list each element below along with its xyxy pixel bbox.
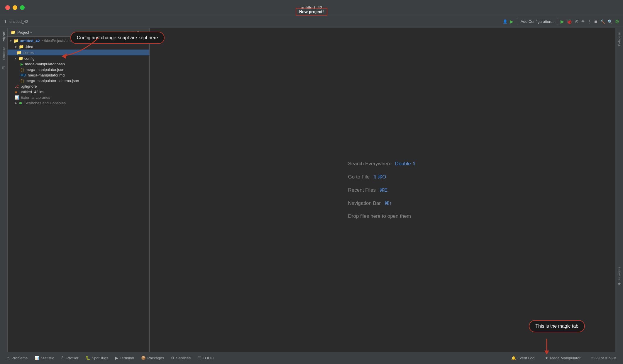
hint-navbar: Navigation Bar ⌘↑ xyxy=(348,200,417,206)
git-icon: ⎇ xyxy=(15,84,19,89)
drop-files-label: Drop files here to open them xyxy=(348,213,411,219)
build-button[interactable]: 🔨 xyxy=(600,19,605,24)
problems-icon: ⚠ xyxy=(6,356,10,360)
md-icon: MD xyxy=(21,73,26,77)
favorites-star-icon[interactable]: ★ xyxy=(617,281,621,286)
search-everywhere-shortcut: Double ⇧ xyxy=(395,161,417,167)
memory-indicator[interactable]: 2229 of 8192M xyxy=(588,355,619,361)
external-libs-label: External Libraries xyxy=(21,95,50,100)
tab-terminal[interactable]: ▶ Terminal xyxy=(112,355,137,361)
tab-todo[interactable]: ☰ TODO xyxy=(195,355,216,361)
todo-icon: ☰ xyxy=(198,356,201,360)
packages-label: Packages xyxy=(147,356,164,360)
collapse-all-icon[interactable]: ⇤ xyxy=(124,30,128,35)
md-name: mega-manipulator.md xyxy=(28,73,65,77)
tree-config[interactable]: ▾ 📁 config xyxy=(8,55,149,61)
sidebar-title: Project ▾ xyxy=(17,30,123,35)
toolbar: ⬆ untitled_42 👤 ▶ Add Configuration... ▶… xyxy=(0,15,623,28)
close-sidebar-icon[interactable]: — xyxy=(142,30,146,35)
minimize-button[interactable] xyxy=(13,5,17,10)
tab-packages[interactable]: 📦 Packages xyxy=(138,355,167,361)
tree-scratches[interactable]: ▶ ⏺ Scratches and Consoles xyxy=(8,100,149,106)
left-bottom-icon[interactable]: ⊞ xyxy=(2,65,6,70)
tab-spotbugs[interactable]: 🐛 SpotBugs xyxy=(83,355,111,361)
project-panel-toggle[interactable]: Project xyxy=(2,30,6,44)
more-run-icon[interactable]: ⋮ xyxy=(587,19,591,24)
spotbugs-icon: 🐛 xyxy=(86,356,90,360)
search-button[interactable]: 🔍 xyxy=(607,19,612,24)
root-name: untitled_42 xyxy=(20,39,40,43)
right-icon-bar: Database xyxy=(615,28,623,352)
tree-gitignore[interactable]: ⎇ .gitignore xyxy=(8,84,149,89)
gear-icon[interactable]: ⚙ xyxy=(136,30,140,35)
hint-drop: Drop files here to open them xyxy=(348,213,417,219)
tree-bash[interactable]: ▶ mega-manipulator.bash xyxy=(8,61,149,67)
coverage-button[interactable]: ☂ xyxy=(581,19,585,24)
recent-files-label: Recent Files xyxy=(348,187,376,193)
hint-goto: Go to File ⇧⌘O xyxy=(348,174,417,180)
config-folder-icon: 📁 xyxy=(18,56,23,61)
json-name: mega-manipulator.json xyxy=(26,67,64,72)
idea-folder-icon: 📁 xyxy=(19,44,24,49)
tree-json[interactable]: { } mega-manipulator.json xyxy=(8,67,149,72)
services-label: Services xyxy=(176,356,191,360)
hint-recent: Recent Files ⌘E xyxy=(348,187,417,193)
tab-problems[interactable]: ⚠ Problems xyxy=(4,355,31,361)
root-chevron: ▾ xyxy=(10,39,12,43)
editor-hints: Search Everywhere Double ⇧ Go to File ⇧⌘… xyxy=(348,161,417,219)
json-icon: { } xyxy=(21,68,24,72)
navbar-shortcut: ⌘↑ xyxy=(384,200,392,206)
scratches-icon: ⏺ xyxy=(19,101,23,105)
left-icon-bar: Project Structure ⊞ xyxy=(0,28,8,352)
tree-clones[interactable]: 📁 clones xyxy=(8,50,149,55)
tab-statistic[interactable]: 📊 Statistic xyxy=(32,355,57,361)
navbar-label: Navigation Bar xyxy=(348,200,381,206)
event-log-tab[interactable]: 🔔 Event Log xyxy=(508,355,538,361)
favorites-section: Favorites ★ xyxy=(615,266,623,287)
tree-root[interactable]: ▾ 📁 untitled_42 ~/IdeaProjects/untitled_… xyxy=(8,38,149,44)
user-icon: 👤 xyxy=(503,19,507,24)
terminal-label: Terminal xyxy=(120,356,134,360)
maximize-button[interactable] xyxy=(20,5,25,10)
upload-icon: ⬆ xyxy=(4,19,7,24)
bash-icon: ▶ xyxy=(21,62,23,66)
window-controls xyxy=(5,5,25,10)
clones-name: clones xyxy=(23,50,34,55)
tree-iml[interactable]: ◈ untitled_42.iml xyxy=(8,89,149,95)
tab-services[interactable]: ⚙ Services xyxy=(168,355,194,361)
run-button[interactable]: ▶ xyxy=(561,19,564,24)
tree-md[interactable]: MD mega-manipulator.md xyxy=(8,72,149,78)
debug-button[interactable]: 🐞 xyxy=(566,19,572,24)
project-dropdown-icon[interactable]: ▾ xyxy=(30,30,32,35)
main-editor-area: Search Everywhere Double ⇧ Go to File ⇧⌘… xyxy=(150,28,615,352)
tab-profiler[interactable]: ⏱ Profiler xyxy=(58,355,81,361)
mega-manipulator-tab[interactable]: ★ Mega Manipulator xyxy=(542,355,583,361)
profiler-icon: ⏱ xyxy=(61,356,65,360)
iml-name: untitled_42.iml xyxy=(20,90,44,94)
idea-name: .idea xyxy=(25,45,33,49)
close-button[interactable] xyxy=(5,5,10,10)
structure-panel-toggle[interactable]: Structure xyxy=(2,45,6,62)
main-layout: Project Structure ⊞ 📁 Project ▾ ⇤ ⇥ ⚙ — … xyxy=(0,28,623,352)
packages-icon: 📦 xyxy=(141,356,146,360)
database-panel-toggle[interactable]: Database xyxy=(617,30,621,48)
mega-manipulator-icon: ★ xyxy=(545,356,548,360)
add-configuration-button[interactable]: Add Configuration... xyxy=(517,18,558,25)
tree-schema[interactable]: { } mega-manipulator-schema.json xyxy=(8,78,149,84)
profile-button[interactable]: ⏱ xyxy=(575,19,579,24)
iml-icon: ◈ xyxy=(15,90,17,94)
todo-label: TODO xyxy=(203,356,214,360)
tree-external-libs[interactable]: 📊 External Libraries xyxy=(8,95,149,100)
settings-icon[interactable]: ⚙ xyxy=(615,18,619,25)
bottom-bar: ⚠ Problems 📊 Statistic ⏱ Profiler 🐛 Spot… xyxy=(0,352,623,364)
config-name: config xyxy=(24,56,35,61)
expand-all-icon[interactable]: ⇥ xyxy=(130,30,134,35)
recent-files-shortcut: ⌘E xyxy=(379,187,387,193)
profiler-label: Profiler xyxy=(66,356,78,360)
schema-icon: { } xyxy=(21,79,24,83)
services-icon: ⚙ xyxy=(171,356,175,360)
sidebar-header: 📁 Project ▾ ⇤ ⇥ ⚙ — xyxy=(8,28,149,37)
project-tree: ▾ 📁 untitled_42 ~/IdeaProjects/untitled_… xyxy=(8,37,149,352)
stop-button[interactable]: ⏹ xyxy=(594,19,598,24)
tree-idea[interactable]: ▶ 📁 .idea xyxy=(8,44,149,50)
